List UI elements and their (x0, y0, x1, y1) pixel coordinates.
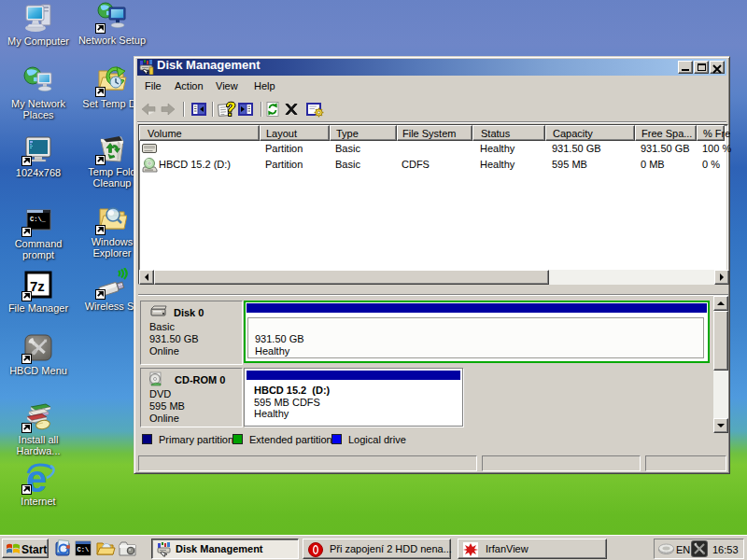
svg-text:7z: 7z (30, 278, 45, 294)
svg-text:C:\: C:\ (78, 546, 90, 553)
svg-text:C:\_: C:\_ (30, 216, 47, 223)
